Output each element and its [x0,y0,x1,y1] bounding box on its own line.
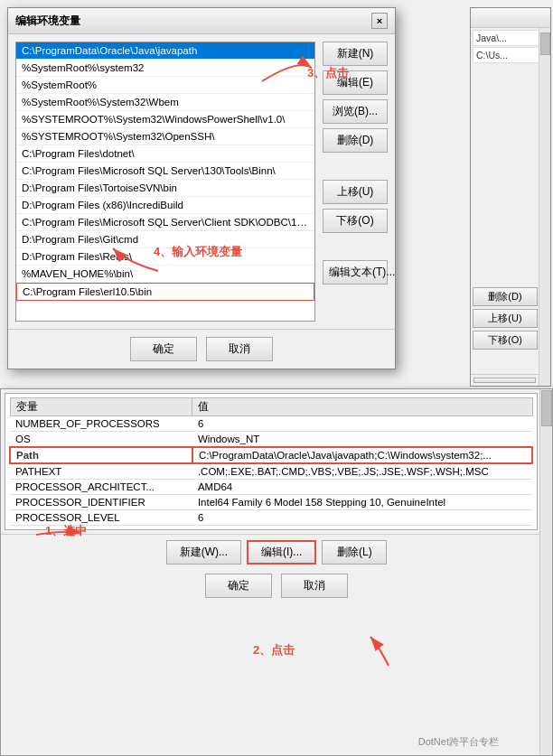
table-cell-val: Intel64 Family 6 Model 158 Stepping 10, … [192,495,532,510]
path-list-item-1[interactable]: %SystemRoot%\system32 [16,60,314,77]
right-win-item-1: Java\... [473,30,548,46]
sys-table-scroll-thumb [541,390,552,426]
sys-delete-button[interactable]: 删除(L) [322,540,387,565]
table-cell-var: Path [10,447,192,463]
right-win-delete-btn[interactable]: 删除(D) [473,287,538,306]
new-button[interactable]: 新建(N) [323,42,388,66]
path-list-container[interactable]: C:\ProgramData\Oracle\Java\javapath%Syst… [15,42,315,322]
sys-table-area: 变量值NUMBER_OF_PROCESSORS6OSWindows_NTPath… [5,393,538,530]
path-list-item-10[interactable]: C:\Program Files\Microsoft SQL Server\Cl… [16,214,314,231]
table-cell-val: C:\ProgramData\Oracle\Java\javapath;C:\W… [192,447,532,463]
right-win-moveup-btn[interactable]: 上移(U) [473,309,538,328]
right-win-title [471,8,550,28]
table-row[interactable]: PROCESSOR_IDENTIFIERIntel64 Family 6 Mod… [10,495,532,510]
edit-button[interactable]: 编辑(E) [323,70,388,95]
sys-table-scrollbar[interactable] [539,389,552,755]
right-win-bottom [471,374,539,386]
table-row[interactable]: PATHEXT.COM;.EXE;.BAT;.CMD;.VBS;.VBE;.JS… [10,463,532,480]
path-list-item-12[interactable]: D:\Program Files\Redis\ [16,248,314,266]
path-list-item-11[interactable]: D:\Program Files\Git\cmd [16,231,314,248]
dialog-title: 编辑环境变量 [15,14,80,29]
table-row[interactable]: PROCESSOR_LEVEL6 [10,510,532,526]
table-row[interactable]: NUMBER_OF_PROCESSORS6 [10,416,532,432]
edit-text-button[interactable]: 编辑文本(T)... [323,260,388,285]
watermark: DotNet跨平台专栏 [418,735,499,749]
ok-button[interactable]: 确定 [130,337,197,361]
table-header: 变量 [10,398,192,416]
sys-new-button[interactable]: 新建(W)... [166,540,241,565]
right-win-scroll-thumb [540,33,550,55]
edit-env-dialog: 编辑环境变量 × C:\ProgramData\Oracle\Java\java… [7,7,396,369]
path-list-item-3[interactable]: %SystemRoot%\System32\Wbem [16,94,314,111]
path-list: C:\ProgramData\Oracle\Java\javapath%Syst… [16,42,314,301]
delete-button[interactable]: 删除(D) [323,128,388,153]
path-list-item-6[interactable]: C:\Program Files\dotnet\ [16,145,314,163]
path-list-item-14[interactable]: C:\Program Files\erl10.5\bin [16,283,314,301]
path-list-item-9[interactable]: D:\Program Files (x86)\IncrediBuild [16,197,314,214]
right-win-bottom-btn[interactable] [473,378,536,383]
path-list-item-5[interactable]: %SYSTEMROOT%\System32\OpenSSH\ [16,128,314,145]
sys-cancel-button[interactable]: 取消 [281,574,348,598]
dialog-content: C:\ProgramData\Oracle\Java\javapath%Syst… [8,34,395,329]
table-cell-var: PATHEXT [10,463,192,480]
system-env-window: 变量值NUMBER_OF_PROCESSORS6OSWindows_NTPath… [0,388,553,756]
path-list-item-8[interactable]: D:\Program Files\TortoiseSVN\bin [16,180,314,197]
dialog-footer: 确定 取消 [8,329,395,369]
move-up-button[interactable]: 上移(U) [323,180,388,204]
path-list-item-0[interactable]: C:\ProgramData\Oracle\Java\javapath [16,42,314,60]
table-row[interactable]: PathC:\ProgramData\Oracle\Java\javapath;… [10,447,532,463]
table-row[interactable]: PROCESSOR_ARCHITECT...AMD64 [10,480,532,495]
sys-ok-button[interactable]: 确定 [205,574,272,598]
right-win-movedown-btn[interactable]: 下移(O) [473,331,538,350]
dialog-close-button[interactable]: × [371,13,388,29]
path-list-item-7[interactable]: C:\Program Files\Microsoft SQL Server\13… [16,163,314,180]
table-cell-val: .COM;.EXE;.BAT;.CMD;.VBS;.VBE;.JS;.JSE;.… [192,463,532,480]
sys-edit-button[interactable]: 编辑(I)... [247,540,316,565]
table-cell-val: 6 [192,416,532,432]
sys-footer: 确定 取消 [1,570,552,603]
table-header: 值 [192,398,532,416]
move-down-button[interactable]: 下移(O) [323,209,388,233]
dialog-title-bar: 编辑环境变量 × [8,8,395,34]
browse-button[interactable]: 浏览(B)... [323,99,388,124]
right-win-item-2: C:\Us... [473,47,548,63]
table-cell-var: PROCESSOR_LEVEL [10,510,192,526]
table-cell-var: NUMBER_OF_PROCESSORS [10,416,192,432]
right-partial-window: Java\... C:\Us... 删除(D) 上移(U) 下移(O) [470,7,551,387]
sys-bottom-buttons: 新建(W)... 编辑(I)... 删除(L) [1,534,552,570]
table-cell-var: PROCESSOR_ARCHITECT... [10,480,192,495]
table-cell-var: PROCESSOR_IDENTIFIER [10,495,192,510]
path-list-item-2[interactable]: %SystemRoot% [16,77,314,94]
path-list-item-4[interactable]: %SYSTEMROOT%\System32\WindowsPowerShell\… [16,111,314,128]
table-cell-val: Windows_NT [192,432,532,448]
sys-env-table: 变量值NUMBER_OF_PROCESSORS6OSWindows_NTPath… [9,397,533,526]
table-cell-var: OS [10,432,192,448]
table-row[interactable]: OSWindows_NT [10,432,532,448]
path-list-item-13[interactable]: %MAVEN_HOME%\bin\ [16,266,314,283]
right-win-scrollbar[interactable] [539,28,550,386]
table-cell-val: 6 [192,510,532,526]
table-cell-val: AMD64 [192,480,532,495]
cancel-button[interactable]: 取消 [206,337,273,361]
right-win-btn-area: 删除(D) 上移(U) 下移(O) [473,287,538,350]
dialog-side-buttons: 新建(N) 编辑(E) 浏览(B)... 删除(D) 上移(U) 下移(O) 编… [323,42,388,322]
